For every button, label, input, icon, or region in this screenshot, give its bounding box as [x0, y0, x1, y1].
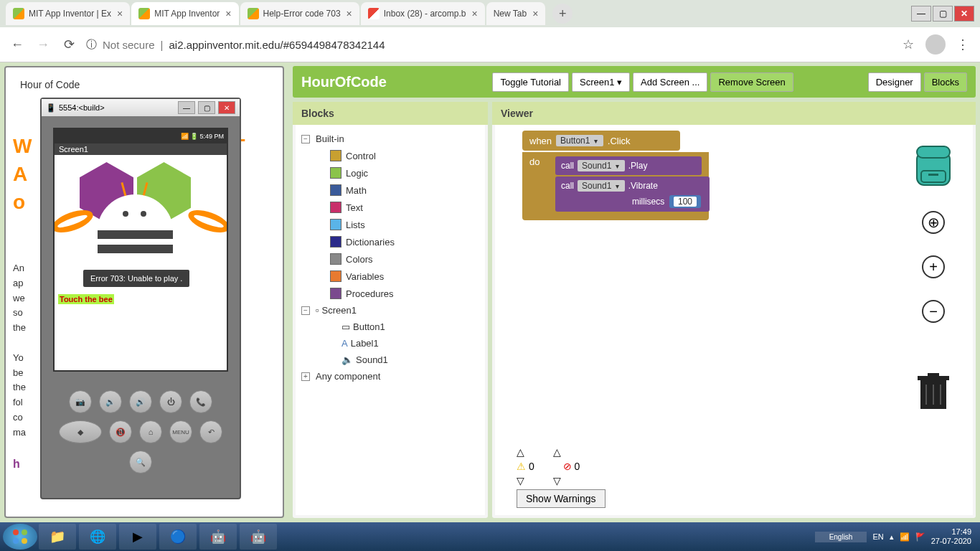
camera-button[interactable]: 📷: [69, 390, 92, 413]
blocks-button[interactable]: Blocks: [924, 72, 967, 92]
toggle-tutorial-button[interactable]: Toggle Tutorial: [492, 72, 569, 92]
tree-text[interactable]: Text: [301, 199, 479, 216]
warning-up-icon[interactable]: △: [517, 446, 524, 458]
emulator-title: 5554:<build>: [59, 103, 175, 112]
maximize-button[interactable]: ▢: [933, 6, 953, 22]
error-up-icon[interactable]: △: [553, 446, 561, 458]
flag-icon[interactable]: 🚩: [915, 532, 925, 542]
close-button[interactable]: ✕: [954, 6, 974, 22]
minimize-button[interactable]: —: [911, 6, 931, 22]
viewer-canvas[interactable]: when Button1 ▾ .Click do call Sound1 ▾ .…: [495, 125, 973, 515]
add-screen-button[interactable]: Add Screen ...: [633, 72, 707, 92]
tree-label1[interactable]: ALabel1: [301, 335, 479, 352]
designer-button[interactable]: Designer: [868, 72, 921, 92]
close-icon[interactable]: ×: [117, 8, 123, 19]
header-bar: HourOfCode Toggle Tutorial Screen1 ▾ Add…: [293, 66, 976, 98]
tree-colors[interactable]: Colors: [301, 250, 479, 268]
center-button[interactable]: ⊕: [922, 211, 945, 234]
warning-down-icon[interactable]: ▽: [517, 475, 524, 486]
reload-button[interactable]: ⟳: [60, 36, 77, 53]
search-button[interactable]: 🔍: [129, 451, 152, 474]
number-block[interactable]: 100: [669, 195, 701, 208]
call-play-block[interactable]: call Sound1 ▾ .Play: [555, 156, 702, 175]
screen-icon: ▫: [316, 305, 319, 316]
component-dropdown[interactable]: Sound1 ▾: [578, 160, 625, 171]
power-button[interactable]: ⏻: [159, 390, 182, 413]
svg-rect-6: [928, 373, 939, 376]
error-down-icon[interactable]: ▽: [553, 475, 561, 486]
address-bar[interactable]: ⓘ Not secure | ai2.appinventor.mit.edu/#…: [86, 38, 891, 52]
show-warnings-button[interactable]: Show Warnings: [517, 489, 606, 508]
trash-icon[interactable]: [918, 373, 949, 410]
backpack-icon[interactable]: [908, 139, 958, 189]
tree-vars[interactable]: Variables: [301, 268, 479, 285]
tree-lists[interactable]: Lists: [301, 216, 479, 233]
tree-button1[interactable]: ▭Button1: [301, 319, 479, 335]
menu-button[interactable]: MENU: [169, 420, 192, 443]
expand-icon[interactable]: +: [301, 372, 310, 381]
star-icon[interactable]: ☆: [900, 36, 917, 53]
forward-button[interactable]: →: [34, 36, 52, 53]
network-icon[interactable]: 📶: [900, 532, 910, 542]
tab-3[interactable]: Inbox (28) - arcomp.b×: [361, 2, 485, 25]
close-icon[interactable]: ×: [532, 8, 538, 19]
call-button[interactable]: 📞: [189, 390, 212, 413]
remove-screen-button[interactable]: Remove Screen: [710, 72, 793, 92]
tree-screen1[interactable]: −▫Screen1: [301, 302, 479, 319]
close-icon[interactable]: ×: [347, 8, 352, 19]
svg-rect-1: [917, 146, 950, 158]
close-button[interactable]: ✕: [218, 101, 235, 114]
taskbar-chrome[interactable]: 🔵: [159, 524, 197, 550]
close-icon[interactable]: ×: [225, 8, 231, 19]
lang-short[interactable]: EN: [872, 532, 883, 541]
tree-anycomp[interactable]: +Any component: [301, 368, 479, 385]
tab-1[interactable]: MIT App Inventor×: [131, 2, 238, 25]
back-button[interactable]: ←: [9, 36, 26, 53]
clock[interactable]: 17:49 27-07-2020: [931, 527, 971, 546]
vol-down-button[interactable]: 🔉: [99, 390, 122, 413]
component-dropdown[interactable]: Sound1 ▾: [578, 180, 625, 192]
taskbar-ie[interactable]: 🌐: [79, 524, 116, 550]
tree-math[interactable]: Math: [301, 182, 479, 199]
taskbar-explorer[interactable]: 📁: [39, 524, 76, 550]
collapse-icon[interactable]: −: [301, 135, 310, 143]
component-dropdown[interactable]: Button1 ▾: [556, 135, 603, 146]
tree-sound1[interactable]: 🔈Sound1: [301, 352, 479, 368]
label-icon: A: [341, 338, 348, 349]
screen-dropdown[interactable]: Screen1 ▾: [572, 72, 630, 92]
avatar[interactable]: [925, 34, 946, 55]
dpad-button[interactable]: ◆: [59, 420, 102, 443]
new-tab-button[interactable]: +: [552, 4, 573, 24]
call-vibrate-block[interactable]: call Sound1 ▾ .Vibrate millisecs 100: [555, 176, 710, 212]
tree-dict[interactable]: Dictionaries: [301, 233, 479, 250]
back-button[interactable]: ↶: [199, 420, 222, 443]
zoom-in-button[interactable]: +: [922, 255, 945, 278]
start-button[interactable]: [3, 524, 37, 550]
tray-up-icon[interactable]: ▴: [890, 532, 894, 542]
close-icon[interactable]: ×: [471, 8, 477, 19]
time: 17:49: [931, 527, 971, 537]
lang-indicator[interactable]: English: [815, 532, 867, 542]
taskbar-emulator[interactable]: 🤖: [199, 524, 237, 550]
zoom-out-button[interactable]: −: [922, 300, 945, 323]
tab-2[interactable]: Help-Error code 703×: [240, 2, 359, 25]
when-block[interactable]: when Button1 ▾ .Click: [522, 131, 680, 151]
taskbar-android[interactable]: 🤖: [240, 524, 277, 550]
vol-up-button[interactable]: 🔊: [129, 390, 152, 413]
separator: |: [161, 39, 164, 51]
minimize-button[interactable]: —: [178, 101, 195, 114]
viewer-status: △ △ ⚠ 0 ⊘ 0 ▽ ▽ Show Warnings: [517, 446, 606, 508]
tree-procs[interactable]: Procedures: [301, 285, 479, 302]
collapse-icon[interactable]: −: [301, 306, 310, 315]
end-call-button[interactable]: 📵: [109, 420, 132, 443]
home-button[interactable]: ⌂: [139, 420, 162, 443]
menu-icon[interactable]: ⋮: [954, 36, 971, 53]
tree-builtin[interactable]: −Built-in: [301, 131, 479, 147]
do-block[interactable]: do call Sound1 ▾ .Play call Sound1 ▾ .Vi…: [522, 152, 709, 220]
tab-4[interactable]: New Tab×: [486, 2, 546, 25]
tree-control[interactable]: Control: [301, 147, 479, 164]
tab-0[interactable]: MIT App Inventor | Ex×: [6, 2, 130, 25]
tree-logic[interactable]: Logic: [301, 164, 479, 182]
maximize-button[interactable]: ▢: [198, 101, 215, 114]
taskbar-media[interactable]: ▶: [119, 524, 156, 550]
